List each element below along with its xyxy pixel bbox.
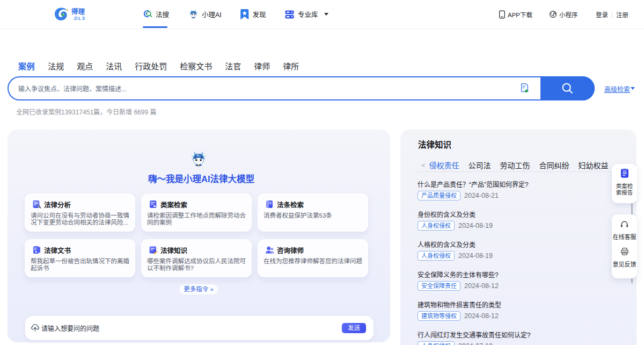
svg-text:得理: 得理 xyxy=(71,8,85,16)
svg-text:DLS: DLS xyxy=(74,16,86,21)
